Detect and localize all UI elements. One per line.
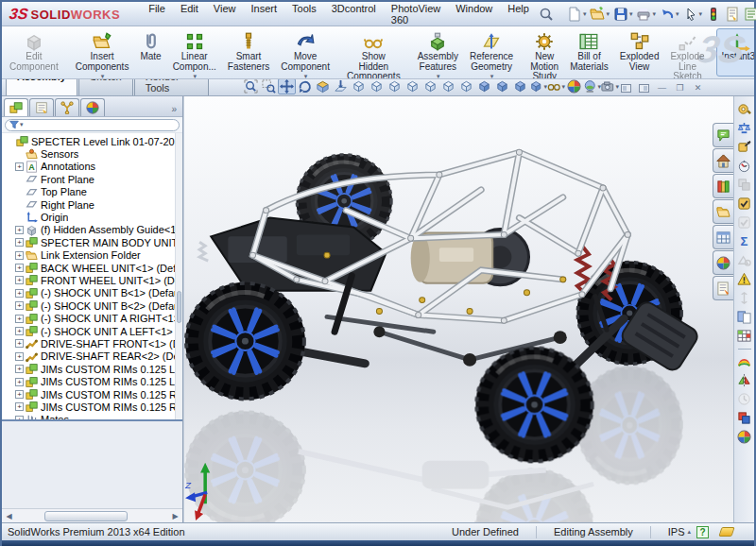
timer-button[interactable] [735, 390, 753, 408]
menu-file[interactable]: File [141, 0, 173, 28]
tree-item[interactable]: Right Plane [4, 198, 175, 211]
view-orientation-7-button[interactable] [457, 78, 475, 94]
deviation-analysis-button[interactable] [735, 289, 753, 307]
insert-components-button[interactable]: Insert Components▾ [70, 28, 135, 77]
save-document-button[interactable]: ▾ [611, 5, 635, 24]
tree-expander[interactable]: + [15, 162, 24, 171]
apply-scene-button[interactable]: ▾ [583, 78, 601, 94]
scroll-thumb[interactable] [44, 511, 128, 521]
tree-expander[interactable]: + [15, 289, 24, 298]
tree-expander[interactable]: + [15, 251, 24, 260]
performance-evaluation-button[interactable] [735, 157, 753, 175]
taskpane-tab-appearances-scenes[interactable] [713, 250, 733, 275]
rebuild-button[interactable] [704, 5, 723, 24]
design-alert-button[interactable] [735, 270, 753, 288]
zoom-to-fit-button[interactable] [242, 78, 260, 94]
tree-expander[interactable]: + [15, 238, 24, 247]
panel-tab-overflow[interactable]: » [167, 104, 180, 116]
display-style-1-button[interactable] [475, 78, 493, 94]
menu-photoview-360[interactable]: PhotoView 360 [384, 0, 448, 28]
open-document-button[interactable]: ▾ [588, 5, 611, 24]
dropdown-arrow[interactable]: ▾ [629, 10, 633, 18]
tree-item[interactable]: +(-) SHOCK UNIT A LEFT<1> (Defa [4, 325, 175, 337]
dropdown-arrow[interactable]: ▾ [490, 73, 494, 79]
equations-button[interactable]: Σ [735, 232, 753, 250]
tree-expander[interactable]: + [15, 416, 24, 419]
view-settings-button[interactable]: ▾ [601, 78, 619, 94]
taskpane-tab-design-library[interactable] [713, 174, 733, 198]
dropdown-arrow[interactable]: ▾ [606, 10, 610, 18]
tree-horizontal-scrollbar[interactable]: ◀ ▶ [2, 508, 182, 522]
design-table-button[interactable] [735, 327, 753, 345]
tree-expander[interactable]: + [15, 339, 24, 348]
options-button[interactable]: ▾ [742, 5, 756, 24]
panel-tab-featuremanager[interactable] [4, 98, 28, 116]
show-hidden-components-button[interactable]: Show Hidden Components [341, 28, 406, 77]
dropdown-arrow[interactable]: ▾ [699, 10, 703, 18]
edit-component-button[interactable]: Edit Component [4, 28, 64, 77]
sensor-button[interactable] [735, 138, 753, 156]
feature-filter-input[interactable]: ▾ [5, 119, 180, 131]
cascade-left-button[interactable] [619, 82, 633, 94]
view-orientation-1-button[interactable] [350, 78, 368, 94]
check-sketch-button[interactable] [735, 213, 753, 231]
mass-properties-button[interactable] [735, 119, 753, 137]
tree-item[interactable]: +FRONT WHEEL UNIT<1> (Default- [4, 274, 175, 286]
view-orientation-5-button[interactable] [421, 78, 439, 94]
file-properties-button[interactable] [723, 5, 742, 24]
menu-view[interactable]: View [206, 0, 244, 28]
tree-expander[interactable]: + [15, 276, 24, 284]
tree-item[interactable]: +(-) SHOCK UNIT B<1> (Default<D [4, 287, 175, 299]
cascade-right-button[interactable] [637, 82, 651, 94]
measure-button[interactable] [735, 100, 753, 118]
appearance-ball-button[interactable] [735, 428, 753, 446]
dropdown-arrow[interactable]: ▾ [676, 10, 679, 18]
normal-to-button[interactable] [332, 78, 350, 94]
curvature-button[interactable] [735, 352, 753, 370]
compare-documents-button[interactable] [735, 308, 753, 326]
tree-expander[interactable]: + [15, 327, 24, 335]
tree-item[interactable]: +(-) SHOCK UNIT A RIGHT<1> (Def [4, 312, 175, 324]
panel-tab-displaymanager[interactable] [80, 98, 105, 116]
instant3d-button[interactable]: Instant3D [716, 28, 754, 77]
menu-insert[interactable]: Insert [244, 0, 285, 28]
zoom-to-area-button[interactable] [260, 78, 278, 94]
tree-expander[interactable]: + [15, 352, 24, 361]
search-icon[interactable] [537, 5, 556, 24]
tree-item[interactable]: +JIMs CUSTOM RIMs 0.125 LEFT<1 [4, 363, 175, 375]
tree-item[interactable]: +(f) Hidden Assembly Guide<1> (D [4, 224, 175, 236]
tree-item[interactable]: +SPECTER MAIN BODY UNIT<2> (D [4, 236, 175, 248]
menu-window[interactable]: Window [448, 0, 500, 28]
tree-expander[interactable]: + [15, 264, 24, 272]
scroll-left-arrow[interactable]: ◀ [2, 510, 16, 522]
menu-help[interactable]: Help [500, 0, 537, 28]
exploded-view-button[interactable]: Exploded View [614, 28, 665, 77]
smart-fasteners-button[interactable]: Smart Fasteners [222, 28, 275, 77]
tree-item[interactable]: +JIMs CUSTOM RIMs 0.125 RIGHT< [4, 401, 175, 413]
tree-expander[interactable]: + [15, 402, 24, 411]
section-view-button[interactable] [314, 78, 332, 94]
select-button[interactable]: ▾ [681, 5, 705, 24]
assembly-features-button[interactable]: Assembly Features▾ [412, 28, 464, 77]
tree-item[interactable]: Origin [4, 211, 175, 223]
tree-expander[interactable]: + [15, 390, 24, 399]
menu-tools[interactable]: Tools [284, 0, 324, 28]
new-motion-study-button[interactable]: New Motion Study [524, 28, 564, 77]
print-document-button[interactable]: ▾ [634, 5, 658, 24]
dropdown-arrow[interactable]: ▾ [583, 10, 587, 18]
dropdown-arrow[interactable]: ▾ [193, 73, 197, 79]
dropdown-arrow[interactable]: ▾ [304, 73, 308, 79]
tree-item[interactable]: Front Plane [4, 173, 175, 185]
explode-line-sketch-button[interactable]: Explode Line Sketch [664, 28, 710, 77]
dropdown-arrow[interactable]: ▾ [437, 73, 440, 79]
symmetry-check-button[interactable] [735, 371, 753, 389]
panel-tab-configurationmanager[interactable] [55, 98, 79, 116]
tree-item[interactable]: +BACK WHEEL UNIT<1> (Default< [4, 262, 175, 274]
quick-tips-icon[interactable]: ? [696, 526, 709, 538]
tree-item[interactable]: Sensors [4, 147, 175, 160]
tree-expander[interactable]: + [15, 301, 24, 310]
check-button[interactable] [735, 195, 753, 213]
compare-geometry-button[interactable] [735, 409, 753, 427]
tree-item[interactable]: +JIMs CUSTOM RIMs 0.125 RIGHT< [4, 388, 175, 401]
pan-button[interactable] [278, 78, 296, 94]
